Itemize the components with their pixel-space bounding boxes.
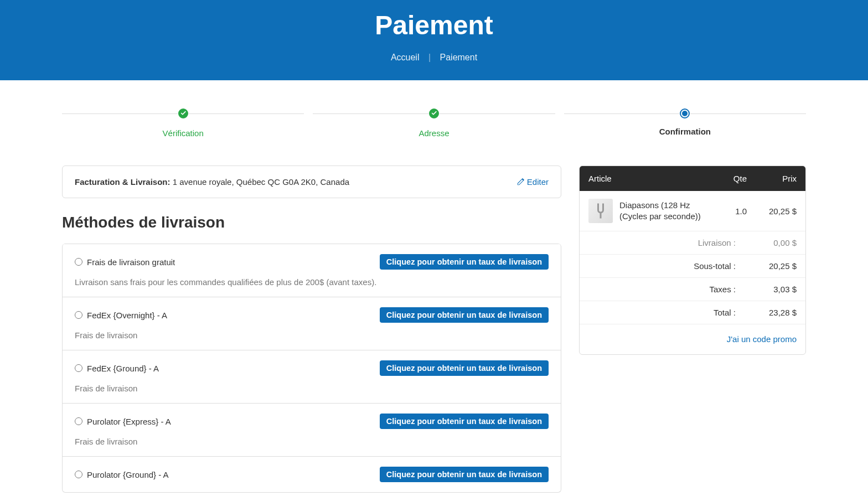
shipping-method-note: Livraison sans frais pour les commandes … — [75, 277, 549, 287]
summary-header: Article Qte Prix — [580, 166, 805, 191]
shipping-method-note: Frais de livraison — [75, 384, 549, 393]
promo-code-link[interactable]: J'ai un code promo — [727, 334, 797, 344]
step-confirmation[interactable]: Confirmation — [564, 108, 806, 138]
edit-icon — [516, 178, 524, 186]
summary-taxes-value: 3,03 $ — [736, 285, 797, 294]
get-rate-button[interactable]: Cliquez pour obtenir un taux de livraiso… — [380, 254, 549, 270]
billing-address: 1 avenue royale, Québec QC G0A 2K0, Cana… — [173, 177, 349, 187]
summary-total-line: Total : 23,28 $ — [580, 301, 805, 324]
breadcrumb-home[interactable]: Accueil — [391, 53, 420, 62]
shipping-method-radio[interactable] — [75, 471, 82, 478]
shipping-method-label: Purolator {Ground} - A — [87, 470, 169, 479]
shipping-method-radio[interactable] — [75, 258, 82, 266]
shipping-method-label: Purolator {Express} - A — [87, 417, 171, 426]
breadcrumb: Accueil | Paiement — [0, 53, 868, 63]
get-rate-button[interactable]: Cliquez pour obtenir un taux de livraiso… — [380, 307, 549, 323]
step-label: Confirmation — [564, 127, 806, 136]
step-address[interactable]: Adresse — [313, 108, 555, 138]
tuning-fork-icon — [591, 201, 611, 221]
summary-shipping-label: Livraison : — [647, 238, 736, 247]
step-label: Adresse — [313, 128, 555, 138]
summary-shipping-line: Livraison : 0,00 $ — [580, 231, 805, 254]
shipping-method-option[interactable]: Purolator {Ground} - A — [75, 470, 169, 479]
page-title: Paiement — [0, 10, 868, 40]
step-label: Vérification — [62, 128, 304, 138]
breadcrumb-current: Paiement — [440, 53, 478, 62]
check-circle-icon — [178, 108, 189, 119]
summary-item-name: Diapasons (128 Hz (Cycles par seconde)) — [619, 200, 714, 223]
promo-section: J'ai un code promo — [580, 324, 805, 354]
shipping-method-radio[interactable] — [75, 364, 82, 372]
shipping-method-label: Frais de livraison gratuit — [87, 257, 175, 267]
billing-box: Facturation & Livraison: 1 avenue royale… — [62, 166, 561, 198]
summary-subtotal-line: Sous-total : 20,25 $ — [580, 254, 805, 277]
summary-item-row: Diapasons (128 Hz (Cycles par seconde)) … — [580, 191, 805, 231]
get-rate-button[interactable]: Cliquez pour obtenir un taux de livraiso… — [380, 360, 549, 376]
shipping-method-item: Purolator {Ground} - A Cliquez pour obte… — [63, 456, 561, 492]
summary-subtotal-value: 20,25 $ — [736, 261, 797, 271]
shipping-method-item: Purolator {Express} - A Cliquez pour obt… — [63, 403, 561, 456]
get-rate-button[interactable]: Cliquez pour obtenir un taux de livraiso… — [380, 414, 549, 429]
edit-label: Editer — [527, 177, 549, 187]
shipping-method-option[interactable]: Frais de livraison gratuit — [75, 257, 175, 267]
summary-item-price: 20,25 $ — [747, 206, 797, 216]
billing-text: Facturation & Livraison: 1 avenue royale… — [75, 177, 349, 187]
summary-total-value: 23,28 $ — [736, 308, 797, 317]
shipping-method-label: FedEx {Overnight} - A — [87, 311, 167, 320]
shipping-method-option[interactable]: FedEx {Ground} - A — [75, 364, 159, 373]
shipping-method-item: FedEx {Overnight} - A Cliquez pour obten… — [63, 297, 561, 350]
summary-header-price: Prix — [747, 174, 797, 183]
shipping-method-option[interactable]: FedEx {Overnight} - A — [75, 311, 167, 320]
page-hero: Paiement Accueil | Paiement — [0, 0, 868, 80]
shipping-method-note: Frais de livraison — [75, 330, 549, 340]
shipping-methods-title: Méthodes de livraison — [62, 214, 561, 231]
shipping-method-label: FedEx {Ground} - A — [87, 364, 159, 373]
shipping-method-radio[interactable] — [75, 311, 82, 319]
shipping-method-note: Frais de livraison — [75, 437, 549, 446]
summary-shipping-value: 0,00 $ — [736, 238, 797, 247]
billing-label: Facturation & Livraison: — [75, 177, 170, 187]
order-summary: Article Qte Prix Diapasons (128 Hz (Cycl… — [579, 166, 806, 355]
shipping-methods-list: Frais de livraison gratuit Cliquez pour … — [62, 244, 561, 493]
shipping-method-radio[interactable] — [75, 417, 82, 425]
summary-taxes-label: Taxes : — [647, 285, 736, 294]
step-verification[interactable]: Vérification — [62, 108, 304, 138]
get-rate-button[interactable]: Cliquez pour obtenir un taux de livraiso… — [380, 467, 549, 482]
summary-total-label: Total : — [647, 308, 736, 317]
shipping-method-item: Frais de livraison gratuit Cliquez pour … — [63, 244, 561, 297]
summary-taxes-line: Taxes : 3,03 $ — [580, 277, 805, 301]
radio-active-icon — [679, 108, 690, 119]
edit-address-link[interactable]: Editer — [516, 177, 549, 187]
summary-item-qty: 1.0 — [714, 206, 747, 216]
shipping-method-item: FedEx {Ground} - A Cliquez pour obtenir … — [63, 350, 561, 403]
shipping-method-option[interactable]: Purolator {Express} - A — [75, 417, 171, 426]
summary-header-article: Article — [588, 174, 714, 183]
breadcrumb-separator: | — [428, 53, 431, 62]
checkout-steps: Vérification Adresse Confirmation — [62, 108, 806, 138]
summary-subtotal-label: Sous-total : — [647, 261, 736, 271]
check-circle-icon — [428, 108, 440, 119]
product-thumbnail — [588, 199, 613, 223]
summary-header-qty: Qte — [714, 174, 747, 183]
